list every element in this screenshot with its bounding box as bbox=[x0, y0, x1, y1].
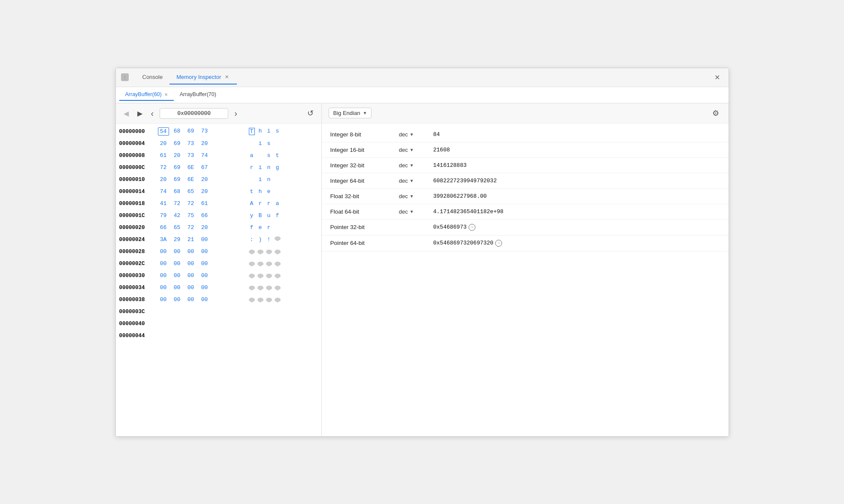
memory-byte[interactable]: 20 bbox=[158, 140, 169, 147]
memory-char[interactable]: . bbox=[275, 262, 281, 266]
memory-char[interactable]: ! bbox=[266, 236, 272, 243]
memory-byte[interactable]: 00 bbox=[172, 260, 183, 267]
memory-char[interactable]: A bbox=[249, 200, 255, 207]
memory-char[interactable]: . bbox=[275, 286, 281, 290]
memory-byte[interactable]: 69 bbox=[172, 164, 183, 171]
memory-char[interactable]: . bbox=[249, 274, 255, 278]
memory-char[interactable]: e bbox=[257, 224, 263, 231]
memory-byte[interactable]: 65 bbox=[185, 188, 197, 195]
memory-byte[interactable]: 69 bbox=[172, 176, 183, 183]
memory-char[interactable]: ) bbox=[257, 236, 263, 243]
memory-byte[interactable]: 3A bbox=[158, 236, 169, 243]
memory-char[interactable]: g bbox=[275, 164, 281, 171]
memory-byte[interactable]: 61 bbox=[158, 152, 169, 159]
memory-byte[interactable]: 66 bbox=[158, 224, 169, 231]
memory-char[interactable]: . bbox=[266, 250, 272, 254]
memory-byte[interactable]: 75 bbox=[185, 212, 197, 219]
memory-byte[interactable]: 20 bbox=[172, 152, 183, 159]
value-format-select[interactable]: dec ▼ bbox=[399, 208, 433, 215]
value-format-select[interactable]: dec ▼ bbox=[399, 193, 433, 199]
memory-byte[interactable]: 68 bbox=[172, 188, 183, 195]
memory-char[interactable] bbox=[275, 224, 281, 231]
memory-char[interactable]: r bbox=[257, 200, 263, 207]
memory-byte[interactable]: 68 bbox=[172, 127, 183, 136]
memory-byte[interactable]: 00 bbox=[185, 272, 197, 279]
tab-memory-inspector[interactable]: Memory Inspector ✕ bbox=[169, 70, 237, 85]
memory-char[interactable] bbox=[275, 140, 281, 147]
memory-char[interactable]: . bbox=[275, 298, 281, 302]
memory-char[interactable]: s bbox=[266, 140, 272, 147]
memory-char[interactable]: f bbox=[275, 212, 281, 219]
memory-char[interactable]: r bbox=[266, 200, 272, 207]
back-button[interactable]: ◀ bbox=[121, 108, 131, 119]
memory-byte[interactable]: 69 bbox=[172, 140, 183, 147]
memory-char[interactable]: . bbox=[275, 236, 281, 241]
memory-char[interactable]: B bbox=[257, 212, 263, 219]
memory-char[interactable]: i bbox=[266, 128, 272, 135]
memory-char[interactable]: f bbox=[249, 224, 255, 231]
memory-char[interactable]: y bbox=[249, 212, 255, 219]
memory-char[interactable]: . bbox=[249, 298, 255, 302]
memory-byte[interactable]: 72 bbox=[185, 224, 197, 231]
memory-byte[interactable]: 00 bbox=[158, 272, 169, 279]
value-format-select[interactable]: dec ▼ bbox=[399, 178, 433, 184]
memory-char[interactable]: . bbox=[257, 298, 263, 302]
memory-byte[interactable]: 21 bbox=[185, 236, 197, 243]
memory-char[interactable]: . bbox=[257, 250, 263, 254]
subtab-arraybuffer-60[interactable]: ArrayBuffer(60) ✕ bbox=[119, 89, 174, 101]
memory-char[interactable] bbox=[275, 176, 281, 183]
memory-byte[interactable]: 6E bbox=[185, 164, 197, 171]
value-format-select[interactable]: dec ▼ bbox=[399, 147, 433, 153]
memory-char[interactable] bbox=[249, 176, 255, 183]
memory-byte[interactable]: 00 bbox=[185, 248, 197, 255]
memory-byte[interactable]: 42 bbox=[172, 212, 183, 219]
memory-char[interactable]: i bbox=[257, 140, 263, 147]
pointer-link-icon[interactable]: → bbox=[495, 240, 502, 247]
window-close-button[interactable]: ✕ bbox=[711, 72, 723, 83]
menu-icon[interactable]: ⋮ bbox=[121, 73, 129, 81]
memory-byte[interactable]: 20 bbox=[158, 176, 169, 183]
memory-char[interactable]: a bbox=[275, 200, 281, 207]
memory-char[interactable]: i bbox=[257, 176, 263, 183]
memory-char[interactable]: r bbox=[249, 164, 255, 171]
memory-char[interactable]: . bbox=[275, 250, 281, 254]
forward-button[interactable]: ▶ bbox=[135, 108, 145, 119]
memory-char[interactable]: n bbox=[266, 164, 272, 171]
memory-byte[interactable]: 79 bbox=[158, 212, 169, 219]
memory-char[interactable]: . bbox=[257, 262, 263, 266]
memory-char[interactable]: n bbox=[266, 176, 272, 183]
memory-byte[interactable]: 65 bbox=[172, 224, 183, 231]
value-format-select[interactable]: dec ▼ bbox=[399, 131, 433, 138]
memory-byte[interactable]: 74 bbox=[199, 152, 210, 159]
memory-char[interactable]: . bbox=[249, 286, 255, 290]
memory-byte[interactable]: 00 bbox=[185, 284, 197, 291]
memory-byte[interactable]: 41 bbox=[158, 200, 169, 207]
memory-char[interactable]: . bbox=[275, 274, 281, 278]
memory-char[interactable]: . bbox=[249, 262, 255, 266]
memory-char[interactable]: : bbox=[249, 236, 255, 243]
endian-select[interactable]: Big Endian ▼ bbox=[329, 108, 372, 118]
memory-byte[interactable]: 00 bbox=[172, 284, 183, 291]
memory-char[interactable]: . bbox=[266, 262, 272, 266]
memory-byte[interactable]: 00 bbox=[158, 260, 169, 267]
subtab-arraybuffer-60-close[interactable]: ✕ bbox=[164, 92, 168, 97]
memory-byte[interactable]: 00 bbox=[199, 236, 210, 243]
memory-byte[interactable]: 00 bbox=[172, 296, 183, 303]
memory-char[interactable]: i bbox=[257, 164, 263, 171]
memory-byte[interactable]: 61 bbox=[199, 200, 210, 207]
tab-console[interactable]: Console bbox=[136, 70, 170, 85]
memory-char[interactable]: . bbox=[257, 286, 263, 290]
memory-byte[interactable]: 00 bbox=[158, 296, 169, 303]
memory-char[interactable]: . bbox=[249, 250, 255, 254]
memory-byte[interactable]: 00 bbox=[199, 272, 210, 279]
memory-byte[interactable]: 00 bbox=[199, 296, 210, 303]
memory-byte[interactable]: 20 bbox=[199, 224, 210, 231]
memory-byte[interactable]: 00 bbox=[185, 296, 197, 303]
memory-byte[interactable]: 72 bbox=[172, 200, 183, 207]
memory-char[interactable] bbox=[275, 188, 281, 195]
memory-byte[interactable]: 73 bbox=[185, 152, 197, 159]
memory-byte[interactable]: 72 bbox=[185, 200, 197, 207]
memory-byte[interactable]: 00 bbox=[158, 284, 169, 291]
memory-char[interactable] bbox=[257, 152, 263, 159]
memory-char[interactable]: T bbox=[249, 128, 255, 135]
